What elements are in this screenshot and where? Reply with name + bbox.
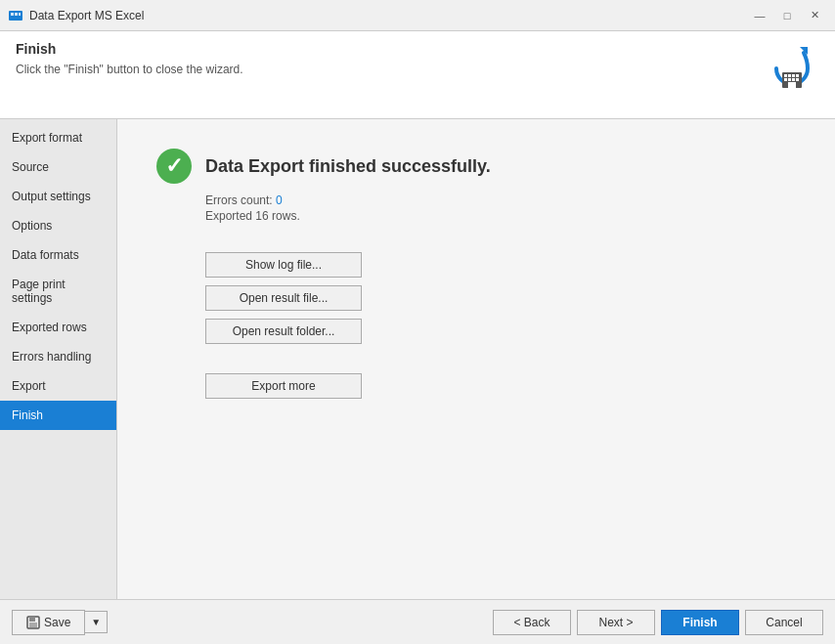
action-buttons: Show log file... Open result file... Ope… xyxy=(205,252,796,344)
svg-rect-9 xyxy=(796,74,799,77)
minimize-button[interactable]: — xyxy=(747,6,772,25)
sidebar-item-finish[interactable]: Finish xyxy=(0,401,116,430)
sidebar-item-exported-rows[interactable]: Exported rows xyxy=(0,313,116,342)
save-button[interactable]: Save xyxy=(12,610,85,635)
content-area: ✓ Data Export finished successfully. Err… xyxy=(117,119,835,599)
header-title: Finish xyxy=(16,41,243,57)
svg-rect-8 xyxy=(792,74,795,77)
errors-count: Errors count: 0 xyxy=(205,193,796,207)
close-button[interactable]: ✕ xyxy=(802,6,827,25)
show-log-file-button[interactable]: Show log file... xyxy=(205,252,362,278)
sidebar-item-errors-handling[interactable]: Errors handling xyxy=(0,342,116,371)
svg-rect-3 xyxy=(19,13,21,16)
svg-rect-7 xyxy=(788,74,791,77)
svg-rect-16 xyxy=(29,617,35,622)
sidebar-item-source[interactable]: Source xyxy=(0,152,116,182)
svg-rect-2 xyxy=(15,13,18,16)
sidebar-item-export-format[interactable]: Export format xyxy=(0,123,116,152)
errors-count-link[interactable]: 0 xyxy=(276,193,283,207)
export-more-button[interactable]: Export more xyxy=(205,373,362,399)
footer-left: Save ▼ xyxy=(12,610,108,635)
header-text: Finish Click the "Finish" button to clos… xyxy=(16,41,243,76)
header-area: Finish Click the "Finish" button to clos… xyxy=(0,31,835,119)
sidebar-item-data-formats[interactable]: Data formats xyxy=(0,240,116,270)
title-bar: Data Export MS Excel — □ ✕ xyxy=(0,0,835,31)
svg-rect-14 xyxy=(788,82,796,88)
footer: Save ▼ < Back Next > Finish Cancel xyxy=(0,599,835,644)
svg-rect-10 xyxy=(784,78,787,81)
sidebar-item-page-print-settings[interactable]: Page print settings xyxy=(0,270,116,313)
next-button[interactable]: Next > xyxy=(577,610,655,635)
cancel-button[interactable]: Cancel xyxy=(745,610,823,635)
main-area: Export format Source Output settings Opt… xyxy=(0,119,835,599)
svg-rect-1 xyxy=(11,13,14,16)
finish-button[interactable]: Finish xyxy=(661,610,739,635)
footer-right: < Back Next > Finish Cancel xyxy=(493,610,823,635)
sidebar-item-options[interactable]: Options xyxy=(0,211,116,240)
exported-rows: Exported 16 rows. xyxy=(205,209,796,223)
success-header: ✓ Data Export finished successfully. xyxy=(156,149,796,184)
back-button[interactable]: < Back xyxy=(493,610,571,635)
app-icon xyxy=(8,8,23,23)
open-result-folder-button[interactable]: Open result folder... xyxy=(205,319,362,344)
svg-rect-13 xyxy=(796,78,799,81)
window-title: Data Export MS Excel xyxy=(29,9,144,22)
save-icon xyxy=(26,616,40,629)
sidebar: Export format Source Output settings Opt… xyxy=(0,119,117,599)
save-dropdown-button[interactable]: ▼ xyxy=(85,611,108,633)
sidebar-item-output-settings[interactable]: Output settings xyxy=(0,182,116,211)
window-controls: — □ ✕ xyxy=(747,6,827,25)
header-logo xyxy=(765,41,819,96)
svg-rect-17 xyxy=(29,623,37,627)
svg-rect-12 xyxy=(792,78,795,81)
svg-rect-11 xyxy=(788,78,791,81)
success-icon: ✓ xyxy=(156,149,192,184)
header-subtitle: Click the "Finish" button to close the w… xyxy=(16,63,243,76)
success-title: Data Export finished successfully. xyxy=(205,156,491,177)
logo-icon xyxy=(765,41,819,96)
success-details: Errors count: 0 Exported 16 rows. xyxy=(205,193,796,223)
sidebar-item-export[interactable]: Export xyxy=(0,371,116,401)
maximize-button[interactable]: □ xyxy=(774,6,800,25)
svg-rect-6 xyxy=(784,74,787,77)
open-result-file-button[interactable]: Open result file... xyxy=(205,285,362,311)
